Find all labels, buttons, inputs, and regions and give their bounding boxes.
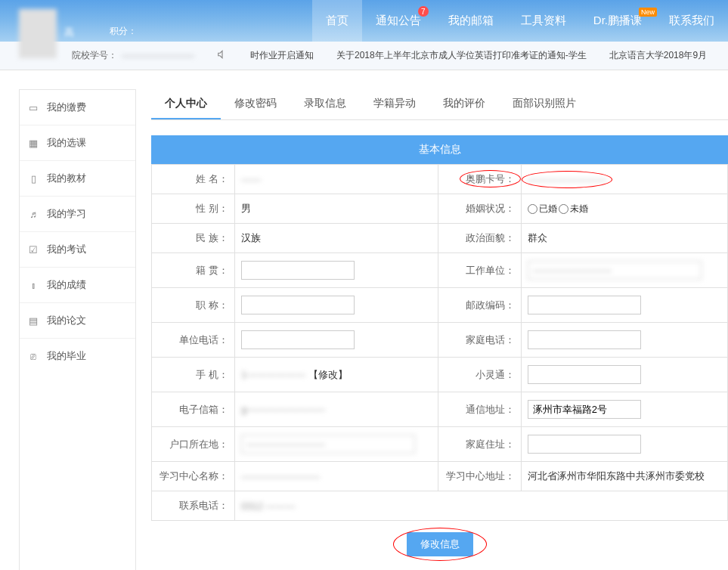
- addr-input[interactable]: [528, 400, 641, 419]
- ethnic-value: 汉族: [235, 224, 438, 253]
- doc-icon: ▤: [27, 314, 39, 327]
- xlt-label: 小灵通：: [438, 358, 521, 392]
- home-addr-label: 家庭住址：: [438, 427, 521, 462]
- user-name: 高: [64, 26, 74, 39]
- political-value: 群众: [521, 224, 727, 253]
- new-badge: New: [639, 8, 657, 17]
- tab-eval[interactable]: 我的评价: [429, 89, 499, 119]
- sidebar-item-thesis[interactable]: ▤我的论文: [20, 303, 135, 339]
- work-label: 工作单位：: [438, 253, 521, 288]
- gender-label: 性 别：: [152, 194, 235, 224]
- sidebar: ▭我的缴费 ▦我的选课 ▯我的教材 ♬我的学习 ☑我的考试 ⫾我的成绩 ▤我的论…: [19, 89, 136, 570]
- tab-face[interactable]: 面部识别照片: [499, 89, 590, 119]
- tab-status[interactable]: 学籍异动: [360, 89, 429, 119]
- grid-icon: ▦: [27, 137, 39, 149]
- school-id-value: ————————: [122, 51, 194, 61]
- unit-phone-input[interactable]: [241, 330, 355, 349]
- mobile-label: 手 机：: [152, 358, 235, 392]
- marriage-radio-group: 已婚 未婚: [528, 203, 721, 215]
- check-icon: ☑: [27, 243, 39, 256]
- sidebar-item-exam[interactable]: ☑我的考试: [20, 232, 135, 268]
- gender-value: 男: [235, 194, 438, 224]
- sidebar-item-study[interactable]: ♬我的学习: [20, 197, 135, 232]
- tabs: 个人中心 修改密码 录取信息 学籍异动 我的评价 面部识别照片: [151, 89, 728, 120]
- name-value: ——: [241, 174, 261, 185]
- nav-drpeng[interactable]: Dr.鹏播课New: [580, 0, 655, 42]
- sidebar-item-grade[interactable]: ⫾我的成绩: [20, 268, 135, 303]
- tab-admission[interactable]: 录取信息: [290, 89, 360, 119]
- headphone-icon: ♬: [27, 208, 39, 220]
- name-label: 姓 名：: [152, 165, 235, 194]
- native-label: 籍 贯：: [152, 253, 235, 288]
- sidebar-item-payment[interactable]: ▭我的缴费: [20, 90, 135, 125]
- marriage-label: 婚姻状况：: [438, 194, 521, 224]
- sidebar-item-course[interactable]: ▦我的选课: [20, 125, 135, 161]
- home-phone-label: 家庭电话：: [438, 323, 521, 358]
- points-label: 积分：: [110, 26, 137, 36]
- addr-label: 通信地址：: [438, 392, 521, 427]
- nav-mailbox[interactable]: 我的邮箱: [435, 0, 507, 42]
- radio-single[interactable]: [559, 204, 568, 214]
- home-phone-input[interactable]: [528, 330, 641, 349]
- nav-contact[interactable]: 联系我们: [655, 0, 728, 42]
- mobile-modify-link[interactable]: 【修改】: [308, 369, 348, 380]
- contact-phone-value: 0312 ———: [241, 500, 296, 512]
- school-id-label: 院校学号：: [72, 49, 117, 62]
- info-form: 姓 名： —— 奥鹏卡号： ———————— 性 别： 男 婚姻状况： 已婚 未…: [151, 164, 728, 521]
- title-label: 职 称：: [152, 288, 235, 323]
- postcode-input[interactable]: [528, 296, 641, 314]
- card-label: 奥鹏卡号：: [466, 173, 515, 184]
- chart-icon: ⫾: [27, 279, 39, 291]
- native-input[interactable]: [241, 261, 355, 280]
- tab-password[interactable]: 修改密码: [221, 89, 290, 119]
- nav-home[interactable]: 首页: [312, 0, 362, 42]
- email-label: 电子信箱：: [152, 392, 235, 427]
- contact-phone-label: 联系电话：: [152, 491, 235, 521]
- mobile-value: 1——————: [241, 369, 305, 380]
- nav-notice[interactable]: 通知公告7: [362, 0, 435, 42]
- announcement-marquee: 时作业开启通知 关于2018年上半年北京市成人学位英语打印准考证的通知-学生 北…: [217, 49, 728, 62]
- sidebar-item-graduate[interactable]: ⎚我的毕业: [20, 339, 135, 373]
- postcode-label: 邮政编码：: [438, 288, 521, 323]
- ethnic-label: 民 族：: [152, 224, 235, 253]
- xlt-input[interactable]: [528, 365, 641, 384]
- sidebar-item-textbook[interactable]: ▯我的教材: [20, 161, 135, 197]
- email-value: g————————: [241, 404, 325, 415]
- card-value: ————————: [528, 174, 606, 185]
- hukou-input[interactable]: [241, 435, 415, 454]
- center-addr-label: 学习中心地址：: [438, 462, 521, 491]
- radio-married[interactable]: [528, 204, 537, 214]
- notice-badge: 7: [418, 6, 429, 17]
- work-input[interactable]: [528, 261, 702, 280]
- book-icon: ▯: [27, 172, 39, 184]
- center-addr-value: 河北省涿州市华阳东路中共涿州市委党校: [521, 462, 727, 491]
- tab-personal[interactable]: 个人中心: [151, 89, 221, 119]
- unit-phone-label: 单位电话：: [152, 323, 235, 358]
- center-name-label: 学习中心名称：: [152, 462, 235, 491]
- avatar: [19, 9, 57, 58]
- speaker-icon: [217, 49, 228, 62]
- panel-title: 基本信息: [151, 135, 728, 164]
- hukou-label: 户口所在地：: [152, 427, 235, 462]
- modify-info-button[interactable]: 修改信息: [407, 532, 473, 556]
- top-nav: 首页 通知公告7 我的邮箱 工具资料 Dr.鹏播课New 联系我们: [312, 0, 728, 42]
- wallet-icon: ▭: [27, 101, 39, 113]
- cap-icon: ⎚: [27, 350, 39, 362]
- nav-tools[interactable]: 工具资料: [507, 0, 580, 42]
- home-addr-input[interactable]: [528, 435, 641, 454]
- center-name-value: ————————: [241, 471, 320, 482]
- political-label: 政治面貌：: [438, 224, 521, 253]
- title-input[interactable]: [241, 296, 355, 314]
